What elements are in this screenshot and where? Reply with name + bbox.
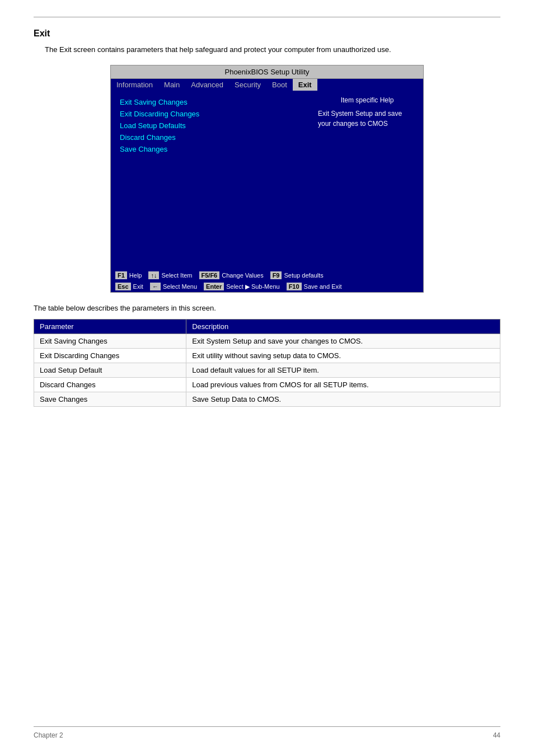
- table-row: Save Changes Save Setup Data to CMOS.: [34, 392, 500, 407]
- page-title: Exit: [34, 29, 500, 39]
- bios-option-exit-saving[interactable]: Exit Saving Changes: [120, 96, 302, 108]
- footer-arrows-group: ↑↓ Select Item: [148, 271, 192, 279]
- footer-desc-arrows: Select Item: [161, 272, 192, 279]
- table-cell-param: Save Changes: [34, 392, 186, 407]
- bios-option-load-defaults[interactable]: Load Setup Defaults: [120, 120, 302, 132]
- footer-f9-group: F9 Setup defaults: [270, 271, 324, 279]
- footer-key-enter: Enter: [204, 283, 224, 290]
- table-intro: The table below describes the parameters…: [34, 304, 500, 312]
- table-row: Exit Saving Changes Exit System Setup an…: [34, 334, 500, 349]
- footer-page-number: 44: [493, 731, 500, 739]
- table-cell-param: Discard Changes: [34, 378, 186, 392]
- bios-body: Exit Saving Changes Exit Discarding Chan…: [111, 91, 423, 270]
- table-cell-desc: Load previous values from CMOS for all S…: [186, 378, 500, 392]
- footer-desc-esc: Exit: [133, 283, 143, 290]
- bios-title-bar: PhoenixBIOS Setup Utility: [111, 65, 423, 79]
- footer-key-f9: F9: [270, 271, 282, 279]
- bios-option-exit-discarding[interactable]: Exit Discarding Changes: [120, 108, 302, 120]
- bios-menu-advanced[interactable]: Advanced: [185, 79, 229, 91]
- bios-help-title: Item specific Help: [318, 96, 416, 104]
- page-container: Exit The Exit screen contains parameters…: [0, 0, 534, 756]
- bios-footer-row2: Esc Exit ← Select Menu Enter Select ▶ Su…: [111, 281, 423, 292]
- top-divider: [34, 17, 500, 17]
- page-footer: Chapter 2 44: [34, 726, 500, 739]
- bios-option-save-changes[interactable]: Save Changes: [120, 143, 302, 155]
- bios-menu-main[interactable]: Main: [158, 79, 185, 91]
- table-row: Exit Discarding Changes Exit utility wit…: [34, 349, 500, 363]
- footer-arrow-left-group: ← Select Menu: [150, 283, 197, 290]
- bios-right-panel: Item specific Help Exit System Setup and…: [311, 91, 423, 270]
- footer-f1-group: F1 Help: [115, 271, 142, 279]
- footer-enter-group: Enter Select ▶ Sub-Menu: [204, 283, 280, 290]
- footer-desc-f9: Setup defaults: [284, 272, 323, 279]
- footer-key-left: ←: [150, 283, 161, 290]
- footer-key-arrows: ↑↓: [148, 271, 159, 279]
- params-table: Parameter Description Exit Saving Change…: [34, 319, 500, 407]
- col-header-description: Description: [186, 320, 500, 334]
- table-cell-param: Exit Discarding Changes: [34, 349, 186, 363]
- footer-key-f10: F10: [287, 283, 302, 290]
- bios-menu-bar: Information Main Advanced Security Boot …: [111, 79, 423, 91]
- footer-desc-f5f6: Change Values: [222, 272, 263, 279]
- footer-esc-group: Esc Exit: [115, 283, 143, 290]
- bios-footer: F1 Help ↑↓ Select Item F5/F6 Change Valu…: [111, 270, 423, 292]
- bios-footer-row1: F1 Help ↑↓ Select Item F5/F6 Change Valu…: [111, 270, 423, 281]
- table-cell-desc: Exit utility without saving setup data t…: [186, 349, 500, 363]
- table-cell-desc: Exit System Setup and save your changes …: [186, 334, 500, 349]
- footer-chapter: Chapter 2: [34, 731, 63, 739]
- bios-option-discard-changes[interactable]: Discard Changes: [120, 132, 302, 143]
- bios-menu-exit[interactable]: Exit: [293, 79, 317, 91]
- table-cell-desc: Load default values for all SETUP item.: [186, 363, 500, 378]
- footer-f10-group: F10 Save and Exit: [287, 283, 342, 290]
- footer-key-f1: F1: [115, 271, 127, 279]
- bios-help-text: Exit System Setup and save your changes …: [318, 109, 416, 129]
- footer-desc-f1: Help: [129, 272, 142, 279]
- intro-text: The Exit screen contains parameters that…: [45, 45, 500, 54]
- bios-menu-information[interactable]: Information: [111, 79, 158, 91]
- table-cell-param: Exit Saving Changes: [34, 334, 186, 349]
- bios-menu-security[interactable]: Security: [229, 79, 266, 91]
- table-row: Load Setup Default Load default values f…: [34, 363, 500, 378]
- footer-desc-enter: Select ▶ Sub-Menu: [226, 283, 279, 290]
- footer-desc-f10: Save and Exit: [304, 283, 342, 290]
- bios-menu-boot[interactable]: Boot: [266, 79, 293, 91]
- footer-key-esc: Esc: [115, 283, 131, 290]
- col-header-parameter: Parameter: [34, 320, 186, 334]
- footer-desc-left: Select Menu: [163, 283, 197, 290]
- bios-container: PhoenixBIOS Setup Utility Information Ma…: [110, 65, 424, 293]
- table-cell-desc: Save Setup Data to CMOS.: [186, 392, 500, 407]
- footer-f5f6-group: F5/F6 Change Values: [199, 271, 264, 279]
- bios-left-panel: Exit Saving Changes Exit Discarding Chan…: [111, 91, 311, 270]
- footer-key-f5f6: F5/F6: [199, 271, 220, 279]
- table-cell-param: Load Setup Default: [34, 363, 186, 378]
- table-row: Discard Changes Load previous values fro…: [34, 378, 500, 392]
